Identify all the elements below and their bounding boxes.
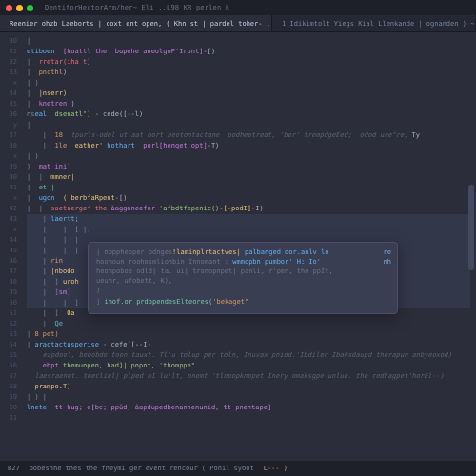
code-line[interactable]: | (27, 36, 470, 47)
line-number: x (0, 78, 17, 89)
line-number: 33 (0, 68, 17, 78)
code-line[interactable]: } mat ini) (27, 162, 470, 172)
line-number: 38 (0, 141, 17, 151)
line-number: 48 (0, 277, 17, 288)
line-number: 42 (0, 204, 17, 214)
line-number: 40 (0, 172, 17, 183)
popup-line2b: wmmopbn pumbor' H: Io' (228, 258, 321, 266)
code-line[interactable]: | rretar(iha t) (27, 57, 470, 68)
vertical-scrollbar[interactable] (468, 70, 474, 476)
line-number: 52 (0, 319, 17, 329)
popup-corner2: nh (384, 257, 391, 267)
line-number: 53 (0, 329, 17, 340)
line-number: 56 (0, 361, 17, 371)
close-window-button[interactable] (6, 5, 12, 11)
status-bar: B27 pobesnhe tnes the fneymi ger event r… (0, 461, 476, 476)
popup-line3b: ueunr, ufobett, K), (96, 276, 389, 286)
window-title: DentiforHectorArm/her~ Eli ..L98 KR perl… (45, 4, 229, 11)
editor-tab-0[interactable]: Reenier ohzb Laeborts | coxt ent open, (… (0, 15, 272, 31)
code-line[interactable]: | pncthl) (27, 68, 470, 78)
code-line[interactable]: ebpt themunpen, bad]| pnpnt, 'thomppe" (27, 361, 470, 371)
code-line[interactable]: | et | (27, 183, 470, 193)
line-number: 46 (0, 256, 17, 267)
code-line[interactable]: | 18 tpurls-odel ut aat oort beotontacta… (27, 130, 470, 141)
code-line[interactable]: | |nserr) (27, 89, 470, 99)
line-number: 59 (0, 392, 17, 403)
status-line-col[interactable]: B27 (8, 465, 20, 472)
code-line[interactable]: | knetren|) (27, 99, 470, 109)
line-number: 50 (0, 298, 17, 308)
line-number: 49 (0, 288, 17, 298)
line-number: y (0, 120, 17, 130)
line-number: x (0, 151, 17, 162)
scrollbar-thumb[interactable] (468, 185, 474, 270)
code-line[interactable]: eapdool, beoobdo toon tauxt. Tl'u tolup … (27, 350, 470, 361)
maximize-window-button[interactable] (27, 5, 33, 11)
line-number: 60 (0, 403, 17, 413)
code-line[interactable]: | (27, 120, 470, 130)
code-line[interactable]: | ) (27, 78, 470, 89)
line-number: x (0, 225, 17, 235)
popup-footer: inof.or prdopendesElteores( (104, 298, 212, 306)
line-number: 32 (0, 57, 17, 68)
line-number: 30 (0, 36, 17, 47)
signature-help-popup: | nopphebper bdnges!laminplrtactves| pal… (88, 242, 398, 314)
status-message: pobesnhe tnes the fneymi ger event renco… (30, 465, 254, 472)
tab-label: Reenier ohzb Laeborts | coxt ent open, (… (10, 20, 272, 28)
code-line[interactable]: | 8 pet) (27, 329, 470, 340)
line-number: 36 (0, 109, 17, 120)
line-number-gutter: 30313233x343536y3738x394041x4243x4445464… (0, 32, 21, 461)
code-line[interactable]: | | [ |; (27, 225, 470, 235)
tab-bar: Reenier ohzb Laeborts | coxt ent open, (… (0, 15, 476, 32)
code-line[interactable]: etiboen [hoattl the| bupehe aneolgoP'Irp… (27, 47, 470, 57)
code-line[interactable]: | aractactusperise - cefe([--I) (27, 340, 470, 350)
line-number: 39 (0, 162, 17, 172)
window-titlebar: DentiforHectorArm/her~ Eli ..L98 KR perl… (0, 0, 476, 15)
popup-line2: hoonoun roohosmlionbin Innomant : (96, 258, 228, 266)
editor-area: 30313233x343536y3738x394041x4243x4445464… (0, 32, 476, 461)
editor-tab-1[interactable]: 1 Idikimtolt Yiegs Kial Llenkande | ogna… (272, 15, 476, 31)
code-line[interactable]: nseal dsenatl") - cede([--l) (27, 109, 470, 120)
code-line[interactable]: laesraenht. theclinl| plped nI lu:lt, pn… (27, 371, 470, 382)
line-number: 35 (0, 99, 17, 109)
popup-line3a: heonpoboe odld| ta. ui| tronopnpet| panl… (96, 267, 389, 276)
line-number: 31 (0, 47, 17, 57)
line-number: 47 (0, 267, 17, 277)
line-number: x (0, 193, 17, 204)
minimize-window-button[interactable] (16, 5, 23, 11)
popup-brace: ) (96, 286, 389, 295)
status-tail: L--- ) (264, 465, 288, 472)
popup-footer-arg: 'bekaget" (212, 298, 248, 306)
popup-sig-suffix: palbanged dor.anlv lo (241, 248, 329, 256)
code-line[interactable]: | ) | (27, 392, 470, 403)
code-line[interactable]: | ugon (|berbfaRpent-[) (27, 193, 470, 204)
line-number: 34 (0, 89, 17, 99)
code-line[interactable]: | 1le eather' hothart porl[henget opt]-T… (27, 141, 470, 151)
line-number: 44 (0, 235, 17, 246)
code-line[interactable]: | Qe (27, 319, 470, 329)
line-number: 45 (0, 246, 17, 256)
tab-label: 1 Idikimtolt Yiegs Kial Llenkande | ogna… (282, 20, 476, 28)
popup-corner: re (384, 248, 391, 257)
line-number: 43 (0, 214, 17, 225)
line-number: 61 (0, 413, 17, 424)
line-number: 57 (0, 371, 17, 382)
line-number: 58 (0, 382, 17, 392)
code-line[interactable]: lnete tt hug; e[bc; ppûd, âapdupedbenann… (27, 403, 470, 413)
code-line[interactable]: | | mmner| (27, 172, 470, 183)
line-number: 41 (0, 183, 17, 193)
popup-sig-name: !laminplrtactves| (172, 248, 241, 256)
code-line[interactable]: prampo.T) (27, 382, 470, 392)
line-number: 37 (0, 130, 17, 141)
code-line[interactable]: | laertt; (27, 214, 470, 225)
line-number: 55 (0, 350, 17, 361)
line-number: 54 (0, 340, 17, 350)
code-line[interactable]: | | saetnergef the àaggoneefor 'afbdtfep… (27, 204, 470, 214)
popup-sig-prefix: | nopphebper bdnges (96, 248, 172, 256)
line-number: 51 (0, 308, 17, 319)
code-line[interactable]: | ) (27, 151, 470, 162)
